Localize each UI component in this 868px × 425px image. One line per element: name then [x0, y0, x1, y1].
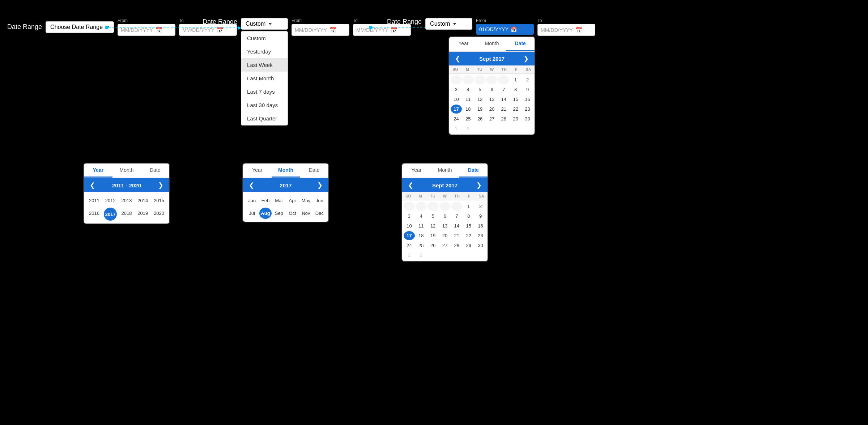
cal-day[interactable]: 26	[427, 241, 439, 250]
cal-day[interactable]	[404, 202, 415, 211]
cal-day[interactable]: 3	[404, 212, 415, 221]
cal-day[interactable]: 2	[416, 251, 427, 260]
year-2017-selected[interactable]: 2017	[104, 208, 117, 221]
tab-date-b2[interactable]: Date	[300, 163, 328, 178]
cal-day[interactable]: 5	[427, 212, 439, 221]
cal-day[interactable]: 9	[522, 85, 533, 94]
cal-day[interactable]: 23	[522, 105, 533, 114]
cal-day[interactable]: 5	[475, 85, 486, 94]
cal-day[interactable]: 28	[451, 241, 462, 250]
month-jul[interactable]: Jul	[246, 208, 258, 219]
tab-year-b3[interactable]: Year	[402, 163, 431, 178]
cal-day[interactable]: 28	[498, 114, 509, 123]
cal-day[interactable]: 13	[486, 95, 498, 104]
cal-day[interactable]: 24	[451, 114, 462, 123]
cal-day[interactable]: 13	[439, 221, 451, 230]
cal-day[interactable]: 23	[475, 231, 486, 240]
month-jun[interactable]: Jun	[314, 195, 326, 206]
cal-day[interactable]: 2	[463, 124, 474, 133]
year-2018[interactable]: 2018	[119, 208, 134, 221]
cal-day[interactable]: 19	[427, 231, 439, 240]
month-oct[interactable]: Oct	[286, 208, 298, 219]
cal-day[interactable]: 14	[498, 95, 509, 104]
prev-decade-btn[interactable]: ❮	[88, 181, 97, 189]
cal-day[interactable]: 9	[475, 212, 486, 221]
month-mar[interactable]: Mar	[273, 195, 285, 206]
menu-item-last30days[interactable]: Last 30 days	[241, 98, 288, 112]
cal-day[interactable]: 8	[463, 212, 474, 221]
menu-item-custom[interactable]: Custom	[241, 31, 288, 45]
menu-item-last7days[interactable]: Last 7 days	[241, 85, 288, 98]
cal-day[interactable]: 25	[416, 241, 427, 250]
cal-day[interactable]: 1	[463, 202, 474, 211]
cal-day[interactable]: 12	[475, 95, 486, 104]
month-may[interactable]: May	[300, 195, 312, 206]
tab-month-top[interactable]: Month	[478, 37, 506, 51]
cal-day[interactable]: 24	[404, 241, 415, 250]
cal-day[interactable]	[451, 75, 462, 84]
cal-day[interactable]: 4	[463, 85, 474, 94]
menu-item-lastmonth[interactable]: Last Month	[241, 72, 288, 85]
tab-year-b1[interactable]: Year	[84, 163, 112, 178]
cal-day[interactable]	[451, 202, 462, 211]
cal-day[interactable]: 27	[439, 241, 451, 250]
cal-day[interactable]: 29	[510, 114, 521, 123]
cal-day[interactable]: 11	[463, 95, 474, 104]
cal-day[interactable]: 2	[522, 75, 533, 84]
from-date-input-2[interactable]: MM/DD/YYYY 📅	[292, 24, 349, 36]
cal-day[interactable]: 1	[510, 75, 521, 84]
cal-day[interactable]: 26	[475, 114, 486, 123]
prev-year-btn[interactable]: ❮	[247, 181, 256, 189]
month-feb[interactable]: Feb	[259, 195, 271, 206]
cal-day[interactable]: 2	[475, 202, 486, 211]
year-2015[interactable]: 2015	[152, 195, 166, 206]
cal-day[interactable]: 11	[416, 221, 427, 230]
cal-day[interactable]: 18	[416, 231, 427, 240]
tab-date-top[interactable]: Date	[506, 37, 535, 51]
from-date-input-3[interactable]: 01/DD/YYYY 📅	[476, 24, 534, 35]
cal-day[interactable]	[416, 202, 427, 211]
tab-date-b3[interactable]: Date	[459, 163, 488, 178]
cal-day[interactable]: 12	[427, 221, 439, 230]
custom-dropdown-trigger[interactable]: Custom	[241, 18, 288, 30]
month-apr[interactable]: Apr	[286, 195, 298, 206]
cal-day[interactable]: 29	[463, 241, 474, 250]
custom-dropdown-3[interactable]: Custom	[425, 18, 472, 30]
month-jan[interactable]: Jan	[246, 195, 258, 206]
year-2012[interactable]: 2012	[103, 195, 118, 206]
cal-day[interactable]: 7	[498, 85, 509, 94]
cal-day[interactable]: 1	[451, 124, 462, 133]
cal-day[interactable]	[498, 75, 509, 84]
cal-day[interactable]: 1	[404, 251, 415, 260]
next-month-btn-top[interactable]: ❯	[522, 55, 530, 63]
cal-day[interactable]: 20	[486, 105, 498, 114]
cal-day[interactable]: 27	[486, 114, 498, 123]
cal-day[interactable]: 22	[463, 231, 474, 240]
prev-month-btn-top[interactable]: ❮	[454, 55, 462, 63]
cal-day[interactable]: 21	[451, 231, 462, 240]
cal-day[interactable]	[439, 202, 451, 211]
year-2016[interactable]: 2016	[87, 208, 102, 221]
tab-year-top[interactable]: Year	[449, 37, 478, 51]
cal-day[interactable]	[475, 75, 486, 84]
month-aug-selected[interactable]: Aug	[259, 208, 271, 219]
cal-day[interactable]: 3	[451, 85, 462, 94]
cal-day[interactable]: 4	[416, 212, 427, 221]
tab-year-b2[interactable]: Year	[243, 163, 272, 178]
month-nov[interactable]: Nov	[300, 208, 312, 219]
cal-day[interactable]: 14	[451, 221, 462, 230]
year-2011[interactable]: 2011	[87, 195, 102, 206]
cal-day[interactable]: 19	[475, 105, 486, 114]
from-date-input-1[interactable]: MM/DD/YYYY 📅	[118, 24, 175, 36]
menu-item-lastquarter[interactable]: Last Quarter	[241, 112, 288, 125]
next-year-btn[interactable]: ❯	[316, 181, 324, 189]
choose-date-range-dropdown[interactable]: Choose Date Range	[46, 21, 114, 33]
next-month-btn-b3[interactable]: ❯	[475, 181, 483, 189]
to-date-input-3[interactable]: MM/DD/YYYY 📅	[537, 24, 595, 36]
tab-date-b1[interactable]: Date	[141, 163, 169, 178]
month-sep[interactable]: Sep	[273, 208, 285, 219]
prev-month-btn-b3[interactable]: ❮	[407, 181, 415, 189]
cal-day[interactable]: 10	[404, 221, 415, 230]
tab-month-b2[interactable]: Month	[272, 163, 300, 178]
cal-day[interactable]: 20	[439, 231, 451, 240]
